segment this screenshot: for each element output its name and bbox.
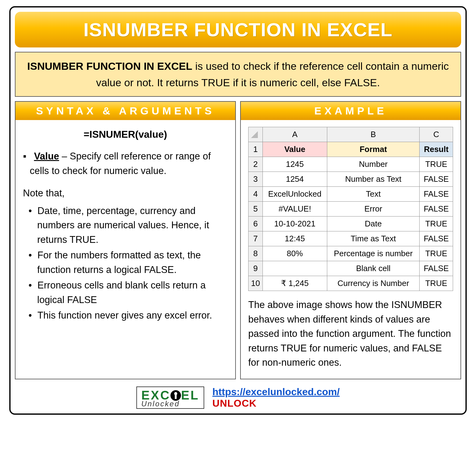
table-row: 10₹ 1,245Currency is NumberTRUE xyxy=(249,276,453,291)
footer: EXCEL Unlocked https://excelunlocked.com… xyxy=(15,386,461,409)
row-number: 6 xyxy=(249,217,263,231)
cell-value: 1254 xyxy=(262,172,327,187)
row-number: 7 xyxy=(249,231,263,246)
row-number: 3 xyxy=(249,172,263,187)
cell-result: FALSE xyxy=(420,261,453,276)
cell-result: TRUE xyxy=(420,246,453,261)
header-cell: Value xyxy=(262,142,327,157)
cell-format: Error xyxy=(327,202,419,217)
example-heading: EXAMPLE xyxy=(241,102,461,120)
notes-list: Date, time, percentage, currency and num… xyxy=(23,204,228,323)
formula-text: =ISNUMER(value) xyxy=(23,127,228,142)
cell-format: Percentage is number xyxy=(327,246,419,261)
row-number: 1 xyxy=(249,142,263,157)
cell-value: #VALUE! xyxy=(262,202,327,217)
card: ISNUMBER FUNCTION IN EXCEL ISNUMBER FUNC… xyxy=(9,6,467,415)
argument-list: Value – Specify cell reference or range … xyxy=(23,149,228,178)
cell-value: 12:45 xyxy=(262,231,327,246)
cell-value: ExcelUnlocked xyxy=(262,187,327,202)
col-letter: C xyxy=(420,127,453,142)
cell-result: TRUE xyxy=(420,217,453,231)
col-letter: A xyxy=(262,127,327,142)
cell-format: Time as Text xyxy=(327,231,419,246)
header-cell: Result xyxy=(420,142,453,157)
cell-format: Currency is Number xyxy=(327,276,419,291)
syntax-panel: SYNTAX & ARGUMENTS =ISNUMER(value) Value… xyxy=(15,101,236,379)
row-number: 10 xyxy=(249,276,263,291)
cell-value: ₹ 1,245 xyxy=(262,276,327,291)
cell-format: Number xyxy=(327,157,419,172)
note-item: Date, time, percentage, currency and num… xyxy=(23,204,228,247)
syntax-body: =ISNUMER(value) Value – Specify cell ref… xyxy=(15,120,235,333)
table-row: A B C xyxy=(249,127,453,142)
col-letter: B xyxy=(327,127,419,142)
cell-result: FALSE xyxy=(420,187,453,202)
table-row: 712:45Time as TextFALSE xyxy=(249,231,453,246)
excel-table: A B C 1 Value Format Result 21245NumberT… xyxy=(248,127,453,291)
example-caption: The above image shows how the ISNUMBER b… xyxy=(248,298,453,370)
columns: SYNTAX & ARGUMENTS =ISNUMER(value) Value… xyxy=(15,101,461,379)
cell-format: Blank cell xyxy=(327,261,419,276)
page-title: ISNUMBER FUNCTION IN EXCEL xyxy=(18,19,458,41)
logo-text-right: EL xyxy=(181,388,199,402)
table-row: 9Blank cellFALSE xyxy=(249,261,453,276)
table-row: 880%Percentage is numberTRUE xyxy=(249,246,453,261)
table-row: 5#VALUE!ErrorFALSE xyxy=(249,202,453,217)
cell-result: FALSE xyxy=(420,172,453,187)
cell-result: FALSE xyxy=(420,202,453,217)
unlock-text: UNLOCK xyxy=(212,398,257,409)
argument-item: Value – Specify cell reference or range … xyxy=(23,149,228,178)
table-corner-icon xyxy=(249,127,263,142)
cell-value: 1245 xyxy=(262,157,327,172)
cell-value: 10-10-2021 xyxy=(262,217,327,231)
row-number: 8 xyxy=(249,246,263,261)
table-row: 21245NumberTRUE xyxy=(249,157,453,172)
keyhole-icon xyxy=(170,390,181,401)
description-bold: ISNUMBER FUNCTION IN EXCEL xyxy=(27,60,192,72)
svg-marker-0 xyxy=(251,131,258,138)
cell-format: Text xyxy=(327,187,419,202)
table-row: 4ExcelUnlockedTextFALSE xyxy=(249,187,453,202)
row-number: 5 xyxy=(249,202,263,217)
note-item: For the numbers formatted as text, the f… xyxy=(23,248,228,277)
cell-format: Number as Text xyxy=(327,172,419,187)
cell-result: FALSE xyxy=(420,231,453,246)
note-item: Erroneous cells and blank cells return a… xyxy=(23,278,228,307)
row-number: 9 xyxy=(249,261,263,276)
cell-result: TRUE xyxy=(420,276,453,291)
example-panel: EXAMPLE A B C 1 Value Format xyxy=(240,101,461,379)
site-link[interactable]: https://excelunlocked.com/ xyxy=(212,386,340,397)
table-row: 610-10-2021DateTRUE xyxy=(249,217,453,231)
cell-value xyxy=(262,261,327,276)
cell-value: 80% xyxy=(262,246,327,261)
table-row: 31254Number as TextFALSE xyxy=(249,172,453,187)
header-cell: Format xyxy=(327,142,419,157)
footer-links: https://excelunlocked.com/ UNLOCK xyxy=(212,386,340,409)
cell-result: TRUE xyxy=(420,157,453,172)
cell-format: Date xyxy=(327,217,419,231)
table-row: 1 Value Format Result xyxy=(249,142,453,157)
description-box: ISNUMBER FUNCTION IN EXCEL is used to ch… xyxy=(15,52,461,97)
row-number: 4 xyxy=(249,187,263,202)
argument-name: Value xyxy=(34,151,59,162)
logo: EXCEL Unlocked xyxy=(136,386,204,409)
syntax-heading: SYNTAX & ARGUMENTS xyxy=(15,102,235,120)
row-number: 2 xyxy=(249,157,263,172)
example-body: A B C 1 Value Format Result 21245NumberT… xyxy=(241,120,461,379)
note-label: Note that, xyxy=(23,186,228,201)
title-banner: ISNUMBER FUNCTION IN EXCEL xyxy=(15,12,461,47)
note-item: This function never gives any excel erro… xyxy=(23,308,228,323)
